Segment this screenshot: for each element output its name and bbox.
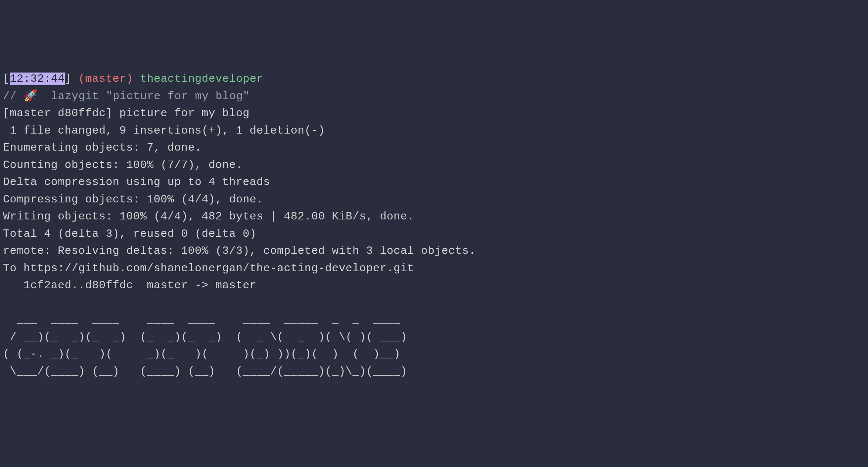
command-prefix: //	[3, 90, 24, 103]
output-total: Total 4 (delta 3), reused 0 (delta 0)	[3, 228, 257, 240]
terminal-window[interactable]: [12:32:44] (master) theactingdeveloper /…	[3, 70, 865, 380]
ascii-art-line3: ( (_-. _)(_ )( _)(_ )( )(_) ))(_)( ) ( )…	[3, 348, 407, 360]
output-remote-resolving: remote: Resolving deltas: 100% (3/3), co…	[3, 245, 476, 257]
prompt-line: [12:32:44] (master) theactingdeveloper	[3, 73, 263, 85]
command-text: lazygit "picture for my blog"	[37, 90, 250, 103]
output-files-changed: 1 file changed, 9 insertions(+), 1 delet…	[3, 124, 325, 137]
prompt-path: theactingdeveloper	[140, 73, 263, 85]
prompt-bracket-open: [	[3, 73, 10, 85]
prompt-timestamp: 12:32:44	[10, 73, 65, 85]
command-line: // 🚀 lazygit "picture for my blog"	[3, 90, 250, 103]
prompt-bracket-close: ]	[65, 73, 72, 85]
output-writing: Writing objects: 100% (4/4), 482 bytes |…	[3, 210, 414, 223]
output-counting: Counting objects: 100% (7/7), done.	[3, 159, 243, 171]
rocket-icon: 🚀	[24, 90, 38, 103]
output-compressing: Compressing objects: 100% (4/4), done.	[3, 193, 263, 206]
output-enumerating: Enumerating objects: 7, done.	[3, 141, 202, 154]
output-commit-line: [master d80ffdc] picture for my blog	[3, 107, 250, 120]
ascii-art-line1: ___ ____ ____ ____ ____ ____ _____ _ _ _…	[3, 313, 407, 326]
ascii-art-line2: / __)(_ _)(_ _) (_ _)(_ _) ( _ \( _ )( \…	[3, 331, 407, 343]
output-push-refs: 1cf2aed..d80ffdc master -> master	[3, 279, 257, 292]
output-remote-url: To https://github.com/shanelonergan/the-…	[3, 262, 414, 275]
prompt-branch: (master)	[79, 73, 133, 85]
output-delta-compression: Delta compression using up to 4 threads	[3, 176, 270, 188]
ascii-art-line4: \___/(____) (__) (____) (__) (____/(____…	[3, 365, 407, 378]
